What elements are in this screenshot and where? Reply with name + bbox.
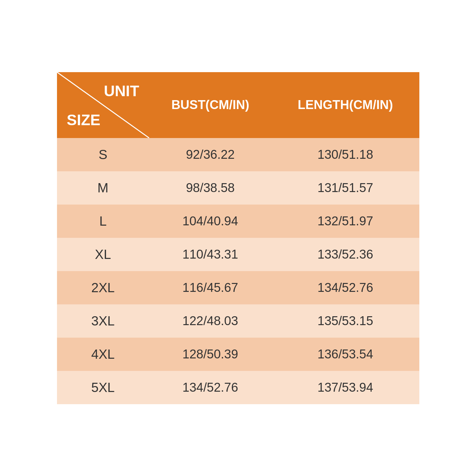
bust-cell: 104/40.94 [149, 205, 272, 238]
bust-cell: 122/48.03 [149, 304, 272, 338]
bust-cell: 98/38.58 [149, 171, 272, 205]
size-cell: 4XL [57, 338, 149, 371]
table-body: S92/36.22130/51.18M98/38.58131/51.57L104… [57, 138, 419, 404]
table-row: 4XL128/50.39136/53.54 [57, 338, 419, 371]
length-cell: 134/52.76 [271, 271, 419, 304]
unit-label: UNIT [104, 82, 139, 100]
size-cell: 5XL [57, 371, 149, 404]
length-cell: 136/53.54 [271, 338, 419, 371]
unit-size-header-cell: UNIT SIZE [57, 72, 149, 138]
size-cell: 3XL [57, 304, 149, 338]
bust-cell: 128/50.39 [149, 338, 272, 371]
table-row: 3XL122/48.03135/53.15 [57, 304, 419, 338]
table-row: S92/36.22130/51.18 [57, 138, 419, 171]
bust-cell: 134/52.76 [149, 371, 272, 404]
table-row: XL110/43.31133/52.36 [57, 238, 419, 271]
length-cell: 131/51.57 [271, 171, 419, 205]
table-header-row: UNIT SIZE BUST(CM/IN) LENGTH(CM/IN) [57, 72, 419, 138]
length-header: LENGTH(CM/IN) [271, 72, 419, 138]
table-row: M98/38.58131/51.57 [57, 171, 419, 205]
table-row: L104/40.94132/51.97 [57, 205, 419, 238]
size-cell: XL [57, 238, 149, 271]
length-cell: 133/52.36 [271, 238, 419, 271]
table-row: 2XL116/45.67134/52.76 [57, 271, 419, 304]
bust-cell: 92/36.22 [149, 138, 272, 171]
bust-cell: 116/45.67 [149, 271, 272, 304]
length-cell: 132/51.97 [271, 205, 419, 238]
table-row: 5XL134/52.76137/53.94 [57, 371, 419, 404]
length-cell: 135/53.15 [271, 304, 419, 338]
length-cell: 130/51.18 [271, 138, 419, 171]
size-label: SIZE [67, 111, 100, 129]
bust-header: BUST(CM/IN) [149, 72, 272, 138]
size-table: UNIT SIZE BUST(CM/IN) LENGTH(CM/IN) S92/… [57, 72, 419, 404]
size-cell: L [57, 205, 149, 238]
size-chart-container: UNIT SIZE BUST(CM/IN) LENGTH(CM/IN) S92/… [57, 72, 419, 404]
size-cell: 2XL [57, 271, 149, 304]
size-cell: M [57, 171, 149, 205]
size-cell: S [57, 138, 149, 171]
bust-cell: 110/43.31 [149, 238, 272, 271]
length-cell: 137/53.94 [271, 371, 419, 404]
